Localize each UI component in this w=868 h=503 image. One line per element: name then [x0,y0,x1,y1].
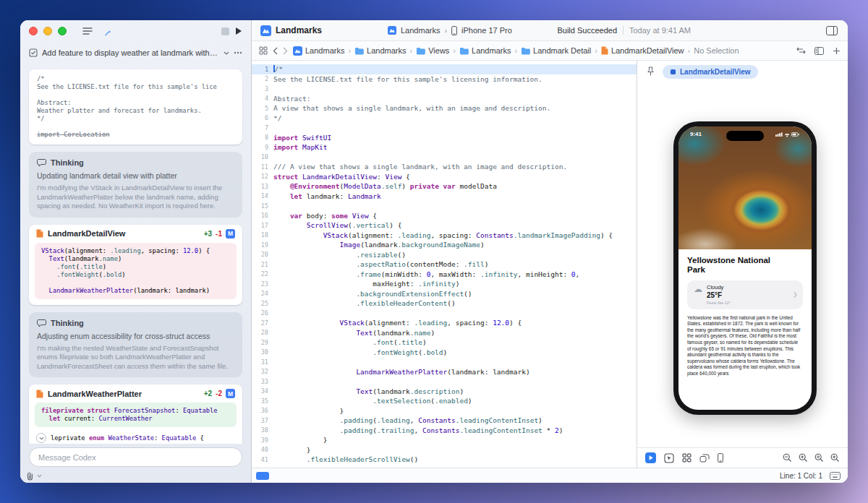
code-line[interactable]: 32 LandmarkWeatherPlatter(landmark: land… [252,367,637,377]
preview-target-pill[interactable]: LandmarkDetailView [663,65,758,79]
keyboard-icon[interactable] [830,472,841,480]
editor-options-icon[interactable] [814,47,824,55]
message-input[interactable] [29,447,242,467]
code-line[interactable]: 41 .flexibleHeaderScrollView() [252,455,637,465]
zoom-actual-size-icon[interactable] [830,453,840,463]
line-number[interactable]: 27 [252,319,273,327]
code-line[interactable]: 35 .textSelection(.enabled) [252,396,637,406]
code-line[interactable]: 19 Image(landmark.backgroundImageName) [252,240,637,250]
line-number[interactable]: 33 [252,378,273,385]
line-number[interactable]: 31 [252,358,273,366]
breadcrumb-item[interactable]: Landmarks [459,46,511,55]
line-number[interactable]: 25 [252,300,273,307]
code-line[interactable]: 17 ScrollView(.vertical) { [252,220,637,231]
code-line[interactable]: 37 .padding(.leading, Constants.leadingC… [252,416,637,426]
line-number[interactable]: 34 [252,387,273,395]
code-line[interactable]: 39 } [252,435,637,445]
line-number[interactable]: 1 [252,66,273,73]
code-line[interactable]: 23 maxHeight: .infinity) [252,279,637,289]
line-number[interactable]: 6 [252,114,273,121]
more-options-icon[interactable] [234,51,242,54]
code-line[interactable]: 8import SwiftUI [252,133,637,143]
thinking-block[interactable]: Thinking Adjusting enum accessibility fo… [29,312,242,378]
line-number[interactable]: 24 [252,290,273,297]
code-line[interactable]: 40 } [252,445,637,455]
breadcrumb-item[interactable]: No Selection [694,46,739,55]
code-line[interactable]: 33 [252,377,637,387]
line-number[interactable]: 23 [252,280,273,288]
line-number[interactable]: 4 [252,95,273,102]
code-line[interactable]: 36 } [252,406,637,416]
line-number[interactable]: 10 [252,153,273,160]
line-number[interactable]: 28 [252,329,273,336]
source-editor[interactable]: 1/*2See the LICENSE.txt file for this sa… [252,61,637,468]
related-items-grid-icon[interactable] [259,46,268,55]
line-number[interactable]: 22 [252,270,273,278]
zoom-button[interactable] [58,27,67,35]
line-number[interactable]: 36 [252,407,273,414]
line-number[interactable]: 11 [252,163,273,171]
line-number[interactable]: 18 [252,231,273,238]
line-number[interactable]: 3 [252,85,273,93]
breadcrumb-item[interactable]: LandmarkDetailView [601,46,684,55]
code-line[interactable]: 18 VStack(alignment: .leading, spacing: … [252,231,637,241]
line-number[interactable]: 38 [252,426,273,434]
iphone-preview[interactable]: 9:41 Yellowstone National Park [673,121,817,415]
line-number[interactable]: 14 [252,192,273,199]
code-line[interactable]: 12struct LandmarkDetailView: View { [252,172,637,182]
line-number[interactable]: 12 [252,173,273,180]
code-line[interactable]: 11/// A view that shows a single landmar… [252,162,637,172]
file-change-card[interactable]: LandmarkDetailView +3 -1 M VStack(alignm… [29,225,242,305]
inspector-toggle-icon[interactable] [826,26,838,35]
live-preview-button[interactable] [645,452,656,463]
line-number[interactable]: 41 [252,456,273,463]
code-line[interactable]: 22 .frame(minWidth: 0, maxWidth: .infini… [252,270,637,280]
code-line[interactable]: 28 Text(landmark.name) [252,328,637,338]
line-number[interactable]: 21 [252,261,273,268]
breadcrumb-item[interactable]: Landmarks [354,46,406,55]
code-line[interactable]: 30 .fontWeight(.bold) [252,348,637,358]
zoom-fit-icon[interactable] [814,453,824,463]
line-number[interactable]: 20 [252,251,273,258]
code-line[interactable]: 3 [252,84,637,94]
device-settings-button[interactable] [718,453,723,463]
line-number[interactable]: 32 [252,368,273,375]
code-line[interactable]: 10 [252,152,637,163]
zoom-out-icon[interactable] [783,453,792,463]
weather-platter[interactable]: ☁ Cloudy 25°F Feels like 12° [687,280,803,309]
code-line[interactable]: 2See the LICENSE.txt file for this sampl… [252,74,637,85]
new-conversation-icon[interactable] [98,26,111,37]
code-line[interactable]: 9import MapKit [252,142,637,152]
code-line[interactable]: 20 .resizable() [252,250,637,260]
code-line[interactable]: 14 let landmark: Landmark [252,192,637,202]
code-line[interactable]: 13 @Environment(ModelData.self) private … [252,181,637,192]
code-line[interactable]: 16 var body: some View { [252,211,637,221]
code-line[interactable]: 24 .backgroundExtensionEffect() [252,289,637,299]
line-number[interactable]: 17 [252,222,273,229]
close-button[interactable] [29,27,38,35]
line-number[interactable]: 35 [252,397,273,405]
line-number[interactable]: 29 [252,339,273,346]
line-number[interactable]: 7 [252,124,273,132]
line-number[interactable]: 39 [252,437,273,444]
selectable-mode-button[interactable] [664,453,674,463]
pin-icon[interactable] [647,66,655,77]
code-line[interactable]: 5A view that shows a single landmark, wi… [252,103,637,113]
breadcrumb-item[interactable]: Views [416,46,449,55]
minimize-button[interactable] [43,27,52,35]
collapse-chevron-icon[interactable] [36,433,46,443]
activity-view[interactable]: Build Succeeded Today at 9:41 AM [557,26,691,35]
code-line[interactable]: 7 [252,123,637,133]
line-number[interactable]: 16 [252,212,273,219]
add-editor-icon[interactable] [833,47,841,55]
line-number[interactable]: 40 [252,446,273,453]
code-line[interactable]: 15 [252,201,637,211]
code-line[interactable]: 29 .font(.title) [252,338,637,348]
conversation-scroll[interactable]: /*See the LICENSE.txt file for this samp… [20,64,251,444]
line-number[interactable]: 37 [252,417,273,424]
line-number[interactable]: 13 [252,183,273,190]
code-line[interactable]: 21 .aspectRatio(contentMode: .fill) [252,259,637,270]
zoom-in-icon[interactable] [799,453,808,463]
thinking-block[interactable]: Thinking Updating landmark detail view w… [29,152,242,218]
code-line[interactable]: 38 .padding(.trailing, Constants.leading… [252,426,637,436]
